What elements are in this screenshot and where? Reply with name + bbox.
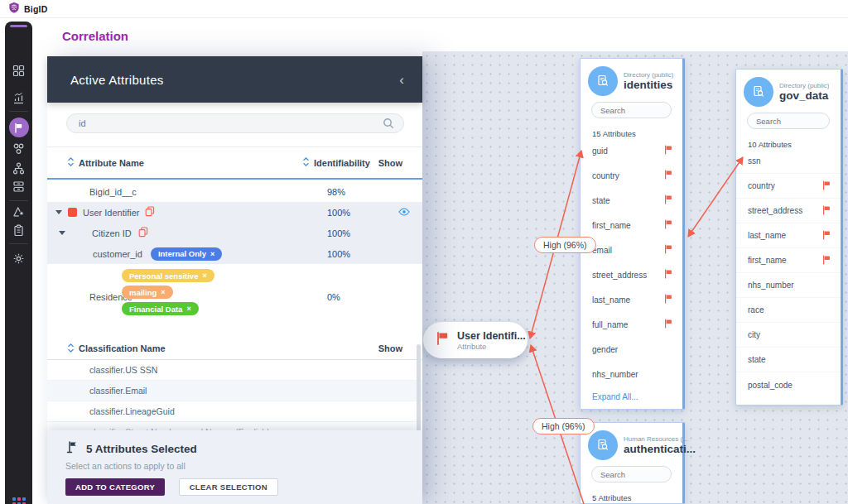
collapse-row-icon[interactable] xyxy=(59,231,65,235)
card-attribute-row[interactable]: full_name xyxy=(581,312,682,337)
sort-icon[interactable] xyxy=(302,157,310,168)
card-attribute-row[interactable]: race xyxy=(736,298,841,323)
column-classification-name[interactable]: Classification Name xyxy=(79,343,166,353)
flag-icon[interactable] xyxy=(664,319,672,330)
category-tag[interactable]: Internal Only× xyxy=(151,247,222,261)
flag-icon[interactable] xyxy=(822,205,831,217)
flag-icon[interactable] xyxy=(822,230,831,242)
sidebar-item-cluster-analysis[interactable] xyxy=(5,142,32,158)
datasource-card-authentication[interactable]: Human Resources (... authenticati... 5 A… xyxy=(580,422,685,504)
card-attribute-row[interactable]: city xyxy=(736,323,841,348)
sidebar-item-apps[interactable] xyxy=(5,497,32,504)
remove-tag-icon[interactable]: × xyxy=(161,288,165,296)
active-attributes-panel: Active Attributes ‹ Attribute Name Ident… xyxy=(47,56,422,504)
flag-icon[interactable] xyxy=(664,294,672,305)
table-row[interactable]: Residence Personal sensitive× mailing× F… xyxy=(47,264,422,330)
datasource-card-identities[interactable]: Directory (public) identities 15 Attribu… xyxy=(580,58,685,410)
card-attribute-row[interactable]: street_address xyxy=(736,199,841,223)
apps-grid-icon xyxy=(12,497,26,504)
card-attribute-row[interactable]: country xyxy=(581,163,682,188)
sidebar-item-policies[interactable] xyxy=(5,205,32,221)
panel-search-row xyxy=(47,103,422,147)
column-attribute-name[interactable]: Attribute Name xyxy=(79,158,144,168)
edge-correlation-label[interactable]: High (96%) xyxy=(532,418,595,434)
attribute-name: gender xyxy=(592,345,618,354)
eye-icon[interactable] xyxy=(398,208,410,218)
attribute-name: country xyxy=(592,171,619,180)
page-title: Correlation xyxy=(62,29,128,43)
table-row[interactable]: customer_id Internal Only× 100% xyxy=(47,243,422,264)
classification-row[interactable]: classifier.US SSN xyxy=(47,360,422,381)
sidebar-item-dashboard[interactable] xyxy=(5,65,32,80)
card-attribute-row[interactable]: street_address xyxy=(581,262,682,287)
clear-selection-button[interactable]: CLEAR SELECTION xyxy=(179,478,278,496)
attribute-search-input[interactable] xyxy=(66,113,404,133)
table-row[interactable]: User Identifier 100% xyxy=(47,202,422,223)
identifiability-value: 100% xyxy=(327,228,350,238)
card-search-input[interactable] xyxy=(591,466,672,482)
attribute-count: 15 Attributes xyxy=(592,129,682,138)
remove-tag-icon[interactable]: × xyxy=(186,305,190,313)
sort-icon[interactable] xyxy=(67,343,75,354)
sidebar-item-hierarchy[interactable] xyxy=(5,162,32,178)
card-attribute-row[interactable]: first_name xyxy=(581,213,682,238)
card-attribute-row[interactable]: last_name xyxy=(581,287,682,312)
card-attribute-row[interactable]: guid xyxy=(581,138,682,163)
cluster-icon xyxy=(12,142,25,158)
collapse-row-icon[interactable] xyxy=(55,210,62,214)
datasource-card-gov-data[interactable]: Directory (public) gov_data 10 Attribute… xyxy=(735,69,843,406)
card-search-input[interactable] xyxy=(591,102,672,118)
attribute-name: full_name xyxy=(592,320,628,329)
flag-icon[interactable] xyxy=(664,170,672,181)
card-attribute-row[interactable]: nhs_number xyxy=(736,273,841,298)
flag-icon[interactable] xyxy=(664,194,672,206)
card-attribute-row[interactable]: gender xyxy=(581,337,682,362)
copy-icon[interactable] xyxy=(138,227,148,239)
card-attribute-row[interactable]: nhs_number xyxy=(581,362,682,386)
sidebar-item-catalog[interactable] xyxy=(5,180,32,196)
brand-name: BigID xyxy=(24,4,47,14)
flag-icon[interactable] xyxy=(664,219,672,231)
card-attribute-row[interactable]: email xyxy=(581,238,682,262)
edge-correlation-label[interactable]: High (96%) xyxy=(534,237,596,253)
card-search-input[interactable] xyxy=(747,113,830,129)
flag-icon[interactable] xyxy=(664,145,672,156)
card-attribute-row[interactable]: country xyxy=(736,174,841,199)
category-tag[interactable]: Financial Data× xyxy=(122,302,199,315)
table-row[interactable]: Bigid_id__c 98% xyxy=(47,181,422,202)
category-tag[interactable]: mailing× xyxy=(122,286,173,299)
remove-tag-icon[interactable]: × xyxy=(210,250,214,258)
node-title: User Identifi... xyxy=(457,330,526,342)
card-attribute-row[interactable]: postal_code xyxy=(736,372,841,397)
add-to-category-button[interactable]: ADD TO CATEGORY xyxy=(65,478,165,496)
catalog-icon xyxy=(12,180,25,196)
search-icon[interactable] xyxy=(383,118,394,132)
card-attribute-row[interactable]: ssn xyxy=(736,149,841,174)
selected-checkbox[interactable] xyxy=(68,208,77,217)
expand-all-link[interactable]: Expand All... xyxy=(592,392,682,401)
card-attribute-row[interactable]: state xyxy=(581,188,682,213)
sidebar-item-correlation[interactable] xyxy=(5,118,32,137)
panel-scrollbar[interactable] xyxy=(417,344,421,442)
column-identifiability[interactable]: Identifiability xyxy=(314,158,370,168)
sidebar-divider xyxy=(9,111,28,112)
sidebar-item-reports[interactable] xyxy=(5,92,32,108)
remove-tag-icon[interactable]: × xyxy=(202,271,206,280)
table-row[interactable]: Citizen ID 100% xyxy=(47,223,422,243)
sidebar-item-tasks[interactable] xyxy=(5,224,32,240)
classification-row[interactable]: classifier.LineageGuid xyxy=(47,401,422,422)
card-attribute-row[interactable]: state xyxy=(736,348,841,372)
card-attribute-row[interactable]: first_name xyxy=(736,248,841,273)
copy-icon[interactable] xyxy=(145,206,155,218)
flag-icon[interactable] xyxy=(822,180,831,192)
flag-icon[interactable] xyxy=(822,255,831,266)
category-tag[interactable]: Personal sensitive× xyxy=(122,269,214,282)
classification-row[interactable]: classifier.Email xyxy=(47,381,422,401)
sidebar-item-settings[interactable] xyxy=(5,252,32,268)
flag-icon[interactable] xyxy=(664,244,672,256)
flag-icon[interactable] xyxy=(664,269,672,281)
attribute-node-user-identifier[interactable]: User Identifi... Attribute xyxy=(423,322,528,358)
collapse-panel-icon[interactable]: ‹ xyxy=(399,73,404,87)
sort-icon[interactable] xyxy=(67,157,75,168)
card-attribute-row[interactable]: last_name xyxy=(736,223,841,248)
